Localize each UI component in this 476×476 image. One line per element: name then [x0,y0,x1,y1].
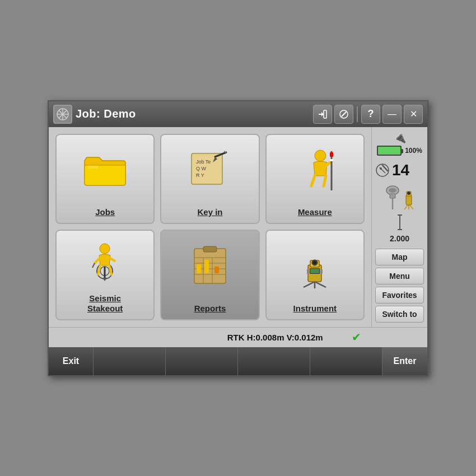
height-icon [395,214,405,231]
jobs-icon [57,135,153,204]
svg-rect-41 [204,260,209,273]
gps-device-icon [385,184,400,211]
measure-button[interactable]: Measure [265,134,365,225]
svg-text:Job Te: Job Te [196,159,211,165]
measure-label: Measure [298,207,332,217]
bottom-slot-1 [94,347,166,375]
svg-line-21 [324,176,326,186]
svg-rect-65 [406,195,412,205]
switchto-button[interactable]: Switch to [375,306,424,323]
seismic-icon [57,231,153,290]
exit-button[interactable]: Exit [49,347,94,375]
svg-point-49 [313,261,316,264]
svg-rect-40 [197,264,201,273]
reports-icon [161,231,258,300]
measure-icon [267,135,363,204]
titlebar-buttons: ? — ✕ [313,105,423,124]
seismic-label: Seismic Stakeout [87,293,123,314]
device-icons-row [375,184,424,211]
instrument-button[interactable]: Instrument [265,230,365,320]
svg-rect-5 [324,110,326,118]
sidebar: 🔌 100% 14 [371,127,427,327]
svg-rect-51 [320,269,323,274]
bottombar: Exit Enter [49,347,427,375]
svg-point-67 [407,192,410,195]
svg-point-15 [315,150,326,161]
minimize-button[interactable]: — [382,105,402,124]
cancel-button[interactable] [334,105,353,124]
battery-percent: 100% [405,147,422,155]
svg-rect-50 [307,269,309,274]
svg-line-14 [224,151,226,152]
statusbar: RTK H:0.008m V:0.012m ✔ [49,327,427,347]
main-content: Jobs Job Te Q W R Y [49,127,427,327]
status-text: RTK H:0.008m V:0.012m [203,333,348,342]
bottom-slot-2 [166,347,238,375]
instrument-label: Instrument [293,304,337,314]
svg-point-57 [380,167,382,170]
main-grid: Jobs Job Te Q W R Y [49,127,371,327]
seismic-button[interactable]: Seismic Stakeout [55,230,155,320]
keyin-button[interactable]: Job Te Q W R Y Key in [160,134,259,225]
reports-button[interactable]: Reports [160,230,259,320]
svg-line-26 [109,258,115,261]
svg-text:R      Y: R Y [196,172,204,178]
menu-button[interactable]: Menu [375,268,424,284]
svg-rect-18 [330,152,333,157]
map-button[interactable]: Map [375,249,424,265]
svg-line-45 [315,282,326,287]
satellite-row: 14 [375,161,424,179]
svg-marker-31 [102,278,107,281]
svg-line-43 [304,282,315,287]
satellite-count: 14 [392,161,409,179]
keyin-label: Key in [197,207,222,217]
total-station-icon [403,184,414,211]
help-button[interactable]: ? [361,105,380,124]
close-button[interactable]: ✕ [404,105,423,124]
height-value: 2.000 [375,234,424,243]
instrument-icon [267,231,363,300]
app-logo [53,105,72,124]
plug-icon: 🔌 [394,132,406,144]
login-button[interactable] [313,105,332,124]
window-title: Job: Demo [76,108,310,120]
svg-rect-19 [330,159,333,161]
svg-rect-61 [390,194,395,198]
svg-rect-53 [310,269,319,273]
svg-rect-33 [203,246,217,252]
battery-area: 🔌 100% [375,132,424,156]
svg-point-60 [389,188,396,193]
svg-line-27 [92,263,95,268]
bottom-slot-3 [238,347,310,375]
svg-text:Q  W: Q W [196,166,207,171]
favorites-button[interactable]: Favorites [375,287,424,304]
main-window: Job: Demo ? — ✕ [48,100,428,376]
enter-button[interactable]: Enter [382,347,427,375]
keyin-icon: Job Te Q W R Y [161,135,258,204]
satellite-icon [375,163,390,178]
bottom-slot-4 [310,347,382,375]
svg-point-24 [100,244,110,254]
jobs-label: Jobs [95,207,115,217]
svg-rect-42 [214,267,219,273]
reports-label: Reports [194,304,226,314]
svg-line-20 [311,176,315,186]
jobs-button[interactable]: Jobs [55,134,155,225]
battery-bar [377,146,402,156]
titlebar: Job: Demo ? — ✕ [49,101,427,127]
check-icon: ✔ [352,330,361,344]
svg-line-7 [342,112,346,116]
